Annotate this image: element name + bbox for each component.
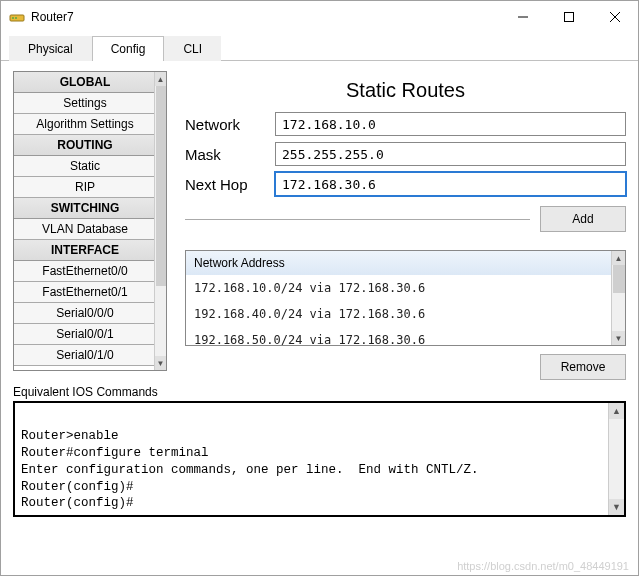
route-list: Network Address 172.168.10.0/24 via 172.… <box>185 250 626 346</box>
titlebar: Router7 <box>1 1 638 33</box>
scroll-thumb[interactable] <box>156 86 166 286</box>
sidebar-header-switching: SWITCHING <box>14 198 156 219</box>
sidebar-item-rip[interactable]: RIP <box>14 177 156 198</box>
sidebar: GLOBAL Settings Algorithm Settings ROUTI… <box>13 71 167 371</box>
sidebar-item-fe00[interactable]: FastEthernet0/0 <box>14 261 156 282</box>
scroll-up-icon[interactable]: ▲ <box>155 72 166 86</box>
sidebar-item-settings[interactable]: Settings <box>14 93 156 114</box>
tab-config[interactable]: Config <box>92 36 165 61</box>
pane-title: Static Routes <box>185 79 626 102</box>
tab-physical[interactable]: Physical <box>9 36 92 61</box>
route-item[interactable]: 192.168.50.0/24 via 172.168.30.6 <box>186 327 611 345</box>
sidebar-item-vlan-database[interactable]: VLAN Database <box>14 219 156 240</box>
ios-console[interactable]: Router>enable Router#configure terminal … <box>15 403 608 515</box>
svg-point-1 <box>12 17 14 19</box>
scroll-down-icon[interactable]: ▼ <box>155 356 166 370</box>
minimize-button[interactable] <box>500 2 546 32</box>
app-window: Router7 Physical Config CLI GLOBAL Setti… <box>0 0 639 576</box>
routelist-scrollbar[interactable]: ▲ ▼ <box>611 251 625 345</box>
svg-rect-4 <box>565 13 574 22</box>
sidebar-header-interface: INTERFACE <box>14 240 156 261</box>
content-area: GLOBAL Settings Algorithm Settings ROUTI… <box>1 61 638 575</box>
scroll-up-icon[interactable]: ▲ <box>609 403 624 419</box>
route-list-header: Network Address <box>186 251 611 275</box>
sidebar-header-global: GLOBAL <box>14 72 156 93</box>
scroll-up-icon[interactable]: ▲ <box>612 251 625 265</box>
scroll-down-icon[interactable]: ▼ <box>609 499 624 515</box>
nexthop-input[interactable] <box>275 172 626 196</box>
maximize-button[interactable] <box>546 2 592 32</box>
divider <box>185 219 530 220</box>
network-label: Network <box>185 116 275 133</box>
sidebar-header-routing: ROUTING <box>14 135 156 156</box>
sidebar-scrollbar[interactable]: ▲ ▼ <box>154 72 166 370</box>
ios-output: Router>enable Router#configure terminal … <box>13 401 626 517</box>
router-icon <box>9 9 25 25</box>
sidebar-item-s010[interactable]: Serial0/1/0 <box>14 345 156 366</box>
nexthop-label: Next Hop <box>185 176 275 193</box>
config-pane: Static Routes Network Mask Next Hop Add <box>167 71 626 371</box>
scroll-thumb[interactable] <box>613 265 625 293</box>
scroll-down-icon[interactable]: ▼ <box>612 331 625 345</box>
window-title: Router7 <box>31 10 500 24</box>
main-tabs: Physical Config CLI <box>1 33 638 61</box>
sidebar-item-static[interactable]: Static <box>14 156 156 177</box>
sidebar-item-s000[interactable]: Serial0/0/0 <box>14 303 156 324</box>
mask-label: Mask <box>185 146 275 163</box>
sidebar-item-algorithm-settings[interactable]: Algorithm Settings <box>14 114 156 135</box>
network-input[interactable] <box>275 112 626 136</box>
route-item[interactable]: 172.168.10.0/24 via 172.168.30.6 <box>186 275 611 301</box>
svg-point-2 <box>15 17 17 19</box>
route-item[interactable]: 192.168.40.0/24 via 172.168.30.6 <box>186 301 611 327</box>
sidebar-item-s001[interactable]: Serial0/0/1 <box>14 324 156 345</box>
sidebar-item-fe01[interactable]: FastEthernet0/1 <box>14 282 156 303</box>
add-button[interactable]: Add <box>540 206 626 232</box>
ios-label: Equivalent IOS Commands <box>13 385 626 399</box>
remove-button[interactable]: Remove <box>540 354 626 380</box>
ios-scrollbar[interactable]: ▲ ▼ <box>608 403 624 515</box>
tab-cli[interactable]: CLI <box>164 36 221 61</box>
mask-input[interactable] <box>275 142 626 166</box>
close-button[interactable] <box>592 2 638 32</box>
